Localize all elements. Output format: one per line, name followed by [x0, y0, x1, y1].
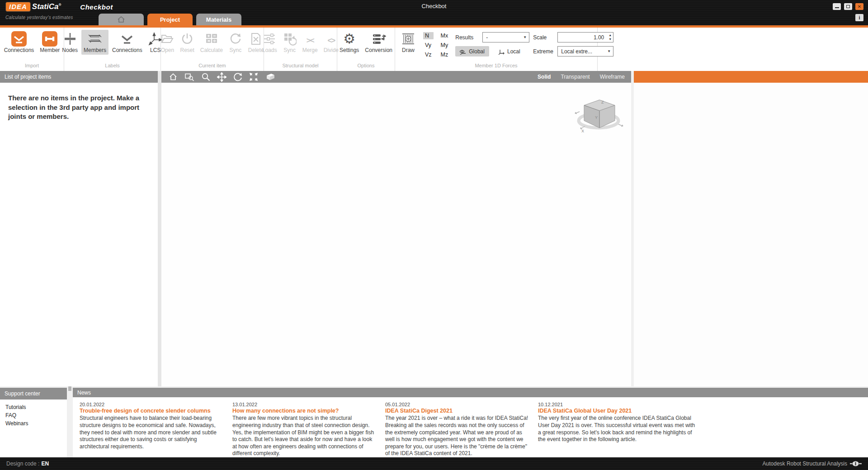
calculate-button[interactable]: Calculate — [198, 30, 225, 55]
ribbon-group-options: ⚙ Settings Conversion Options — [337, 28, 395, 71]
mode-wireframe[interactable]: Wireframe — [600, 74, 625, 80]
force-vy-toggle[interactable]: Vy — [423, 42, 434, 49]
ribbon-group-labels: Nodes Members Connections — [64, 28, 161, 71]
rotate-view-icon[interactable] — [233, 72, 242, 81]
force-n-toggle[interactable]: N — [423, 32, 434, 39]
window-title: Checkbot — [0, 3, 868, 9]
sync-model-icon — [283, 31, 297, 47]
labels-connections-button[interactable]: Connections — [110, 30, 145, 55]
support-center-header: Support center — [0, 388, 67, 400]
news-date: 05.01.2022 — [385, 402, 531, 407]
global-toggle[interactable]: Global — [455, 46, 489, 56]
force-my-toggle[interactable]: My — [439, 42, 450, 49]
scale-input[interactable]: 1.00 ▲▼ — [557, 32, 613, 42]
home-view-icon[interactable] — [169, 72, 178, 81]
empty-project-message: There are no items in the project. Make … — [8, 94, 146, 122]
news-header: News — [73, 388, 868, 397]
project-items-panel: List of project items There are no items… — [0, 71, 158, 386]
nodes-icon — [63, 31, 77, 47]
import-member-button[interactable]: Member — [38, 30, 62, 55]
navigation-cube[interactable]: Z Y X — [574, 93, 625, 134]
cube-axis-z: Z — [601, 100, 604, 104]
settings-button[interactable]: ⚙ Settings — [337, 30, 361, 55]
force-component-grid: N Mx Vy My Vz Mz — [423, 30, 450, 58]
zoom-extents-icon[interactable] — [249, 72, 258, 81]
info-button[interactable]: i — [855, 14, 863, 21]
members-icon — [88, 31, 102, 47]
design-code-value: EN — [41, 461, 49, 467]
tab-home[interactable] — [99, 14, 144, 25]
import-connections-icon — [11, 31, 27, 47]
scale-spinner[interactable]: ▲▼ — [609, 33, 612, 41]
zoom-window-icon[interactable] — [184, 72, 194, 81]
news-title-link[interactable]: Trouble-free design of concrete slender … — [80, 408, 225, 414]
open-folder-icon — [160, 31, 174, 47]
results-dropdown[interactable]: - ▼ — [482, 32, 529, 42]
bottom-splitter[interactable] — [67, 388, 73, 457]
local-axes-icon — [498, 48, 505, 55]
news-title-link[interactable]: How many connections are not simple? — [232, 408, 378, 414]
detail-panel-header — [634, 71, 868, 83]
3d-viewport: Solid Transparent Wireframe Z — [161, 71, 631, 386]
chevron-down-icon: ▼ — [607, 49, 611, 53]
title-bar: Checkbot IDEA StatiCa® Checkbot Calculat… — [0, 0, 868, 25]
extreme-label: Extreme — [533, 48, 554, 55]
reset-button[interactable]: Reset — [178, 30, 196, 55]
checkbot-window: Checkbot IDEA StatiCa® Checkbot Calculat… — [0, 0, 868, 470]
link-webinars[interactable]: Webinars — [5, 420, 67, 427]
extreme-dropdown[interactable]: Local extre... ▼ — [557, 46, 613, 56]
news-body: The year 2021 is over – what a ride it w… — [385, 415, 531, 457]
merge-button[interactable]: >< Merge — [300, 30, 320, 55]
global-axes-icon — [460, 48, 467, 55]
zoom-icon[interactable] — [201, 72, 210, 81]
group-caption-forces: Member 1D Forces — [399, 61, 594, 70]
labels-nodes-button[interactable]: Nodes — [60, 30, 80, 55]
tab-project[interactable]: Project — [147, 14, 193, 25]
sync-model-button[interactable]: Sync — [281, 30, 299, 55]
news-title-link[interactable]: IDEA StatiCa Digest 2021 — [385, 408, 531, 414]
plug-icon — [850, 461, 862, 467]
bim-link-status: Autodesk Robot Structural Analysis — [763, 461, 862, 467]
force-vz-toggle[interactable]: Vz — [423, 51, 434, 58]
loads-button[interactable]: Loads — [260, 30, 279, 55]
viewport-canvas[interactable]: Z Y X — [161, 83, 631, 386]
group-caption-structural-model: Structural model — [268, 61, 333, 70]
labels-members-button[interactable]: Members — [81, 30, 108, 55]
link-tutorials[interactable]: Tutorials — [5, 404, 67, 410]
local-toggle[interactable]: Local — [494, 46, 525, 56]
sync-item-button[interactable]: Sync — [226, 30, 245, 55]
news-title-link[interactable]: IDEA StatiCa Global User Day 2021 — [538, 408, 698, 414]
draw-button[interactable]: Draw — [399, 30, 418, 55]
left-splitter[interactable] — [158, 71, 161, 386]
brand-tagline: Calculate yesterday's estimates — [5, 15, 113, 20]
force-mx-toggle[interactable]: Mx — [439, 32, 450, 39]
project-items-header: List of project items — [0, 71, 158, 83]
group-caption-current-item: Current item — [165, 61, 260, 70]
news-panel: News 20.01.2022 Trouble-free design of c… — [73, 388, 868, 457]
connections-label-icon — [120, 31, 134, 47]
solid-box-icon[interactable] — [265, 73, 276, 81]
maximize-icon — [846, 5, 850, 8]
open-button[interactable]: Open — [158, 30, 176, 55]
force-mz-toggle[interactable]: Mz — [439, 51, 450, 58]
minimize-icon — [835, 7, 839, 8]
pan-icon[interactable] — [217, 72, 226, 82]
cube-axis-y: Y — [595, 115, 598, 120]
status-bar: Design code :EN Autodesk Robot Structura… — [0, 457, 868, 470]
conversion-button[interactable]: Conversion — [363, 30, 395, 55]
group-caption-options: Options — [341, 61, 391, 70]
tab-materials[interactable]: Materials — [196, 14, 241, 25]
maximize-button[interactable] — [844, 3, 852, 10]
close-button[interactable]: ✕ — [855, 3, 863, 10]
ribbon-group-structural-model: Loads Sync >< Merge <> — [264, 28, 337, 71]
chevron-down-icon: ▼ — [523, 35, 527, 39]
news-item: 13.01.2022 How many connections are not … — [232, 402, 378, 457]
import-connections-button[interactable]: Connections — [2, 30, 37, 55]
mode-transparent[interactable]: Transparent — [561, 74, 590, 80]
minimize-button[interactable] — [833, 3, 841, 10]
mode-solid[interactable]: Solid — [538, 74, 551, 80]
ribbon: Connections Member Import Nodes — [0, 28, 868, 71]
link-faq[interactable]: FAQ — [5, 412, 67, 418]
force-controls: Results - ▼ Scale 1.00 ▲▼ Global — [455, 30, 613, 56]
merge-icon: >< — [307, 36, 314, 45]
